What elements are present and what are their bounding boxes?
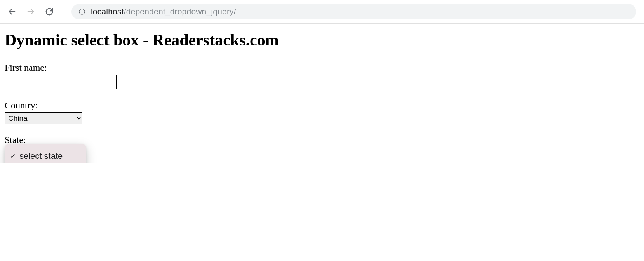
forward-icon[interactable] <box>26 7 35 16</box>
country-field: Country: China <box>5 100 639 124</box>
url-text: localhost/dependent_dropdown_jquery/ <box>91 7 236 16</box>
state-field: State: ✓ select state XYZ ABC <box>5 135 639 145</box>
first-name-input[interactable] <box>5 75 117 89</box>
url-host: localhost <box>91 7 124 16</box>
browser-toolbar: localhost/dependent_dropdown_jquery/ <box>0 0 644 24</box>
address-bar[interactable]: localhost/dependent_dropdown_jquery/ <box>71 4 636 19</box>
site-info-icon[interactable] <box>78 8 85 15</box>
checkmark-icon: ✓ <box>10 152 19 160</box>
first-name-label: First name: <box>5 63 639 73</box>
country-label: Country: <box>5 100 639 111</box>
svg-point-4 <box>82 10 82 11</box>
country-select[interactable]: China <box>5 112 82 124</box>
nav-icons-group <box>8 7 54 16</box>
first-name-field: First name: <box>5 63 639 89</box>
page-title: Dynamic select box - Readerstacks.com <box>5 31 639 49</box>
state-dropdown-popup: ✓ select state XYZ ABC <box>5 144 86 163</box>
state-option-select-state[interactable]: ✓ select state <box>5 149 86 163</box>
back-icon[interactable] <box>8 7 16 16</box>
state-label: State: <box>5 135 639 145</box>
url-path: /dependent_dropdown_jquery/ <box>124 7 236 16</box>
page-content: Dynamic select box - Readerstacks.com Fi… <box>0 24 644 163</box>
reload-icon[interactable] <box>45 7 54 16</box>
state-option-label: select state <box>19 151 63 161</box>
